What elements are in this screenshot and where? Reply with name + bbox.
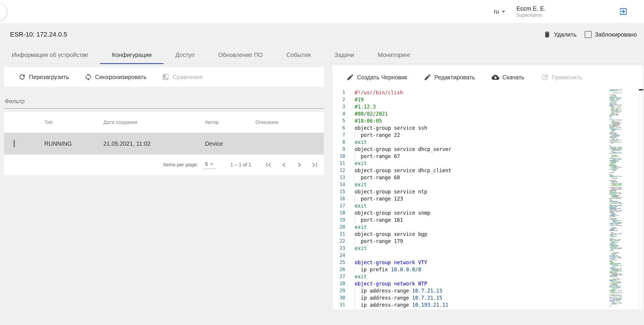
chevron-left-icon [280,160,288,169]
line-number: 21 [333,231,345,238]
exit-to-app-icon [619,7,628,16]
code-line: object-group service dhcp_client [355,167,643,174]
code-line: ip prefix 10.0.0.0/8 [355,266,643,273]
line-number: 16 [333,195,345,202]
logout-button[interactable] [619,0,628,23]
line-number: 2 [333,96,345,103]
edge-fab-button[interactable] [0,2,7,21]
restart-icon [18,73,26,81]
code-line: object-group service snmp [355,209,643,216]
tab-events[interactable]: События [275,46,323,64]
draft-pencil-icon [346,73,354,81]
page-title: ESR-10: 172.24.0.5 [10,23,67,46]
code-line: exit [355,139,643,146]
minimap[interactable] [609,89,623,307]
code-line: object-group service bgp [355,231,643,238]
synchronize-button[interactable]: Синхронизировать [84,73,146,81]
config-table: Тип Дата создания Автор Описание RUNNING… [4,112,324,175]
code-line: object-group network NTP [355,280,643,287]
apply-update-icon [541,73,549,81]
line-number: 25 [333,259,345,266]
row-checkbox[interactable] [14,140,15,147]
code-line: #08/02/2021 [355,110,643,117]
prev-page-button[interactable] [280,160,288,169]
next-page-button[interactable] [295,160,304,169]
edit-pencil-icon [424,73,431,81]
delete-button[interactable]: Удалить [543,31,576,38]
code-line: object-group service ssh [355,124,643,132]
table-row[interactable]: RUNNING 21.05.2021, 11:02 Device [4,133,324,155]
first-page-button[interactable] [264,160,273,169]
delete-label: Удалить [554,31,576,38]
code-line: object-group network VTY [355,259,643,266]
last-page-button[interactable] [310,160,319,169]
code-line: #18:06:05 [355,117,643,124]
column-header-type: Тип [44,119,103,125]
code-line: ip address-range 10.7.21.13 [355,287,643,294]
code-line: #1.12.3 [355,103,643,110]
reload-button[interactable]: Перезагрузить [18,73,69,81]
header-actions: Удалить Заблокировано [543,23,637,46]
filter-underline [4,108,324,109]
download-button[interactable]: Скачать [492,73,524,81]
tab-tasks[interactable]: Задачи [322,46,366,64]
code-line: port-range 179 [355,238,643,245]
cell-type: RUNNING [44,140,103,147]
code-editor[interactable]: 1234567891011121314151617181920212223242… [333,89,643,309]
tab-firmware-update[interactable]: Обновление ПО [206,46,275,64]
column-header-created: Дата создания [103,119,205,125]
compare-icon [162,73,169,81]
language-label: ru [494,8,499,15]
user-menu[interactable]: Eccm E. E. SuperAdmin [516,0,546,23]
code-line: exit [355,181,643,188]
line-number: 22 [333,238,345,245]
items-per-page-label: Items per page: [163,162,198,168]
line-number: 1 [333,89,345,96]
code-line: ip address-range 10.193.21.11 [355,301,643,308]
line-number: 15 [333,188,345,195]
code-line: ip address-range 10.7.21.15 [355,294,643,301]
line-number: 19 [333,216,345,224]
tab-device-info[interactable]: Информация об устройстве [0,46,100,64]
line-number: 24 [333,252,345,259]
scrollbar-thumb[interactable] [639,89,643,91]
line-number: 4 [333,110,345,117]
last-page-icon [310,160,319,169]
blocked-label: Заблокировано [595,31,637,38]
code-line: port-range 161 [355,216,643,224]
cell-author: Device [205,140,255,147]
column-header-author: Автор [205,119,255,125]
filter-input[interactable]: Фильтр [4,96,324,109]
tab-monitoring[interactable]: Мониторинг [366,46,423,64]
tab-configurations[interactable]: Конфигурации [100,46,164,64]
code-line: #!/usr/bin/clish [355,89,643,96]
edit-button[interactable]: Редактировать [424,73,475,81]
config-viewer-toolbar: Создать Черновик Редактировать Скачать П… [333,65,643,89]
config-viewer-panel: Создать Черновик Редактировать Скачать П… [333,65,643,309]
topbar: ru Eccm E. E. SuperAdmin [0,0,644,23]
line-number: 3 [333,103,345,110]
code-line [355,252,643,259]
line-number: 14 [333,181,345,188]
page-size-select[interactable]: 5 [203,161,216,169]
config-list-toolbar: Перезагрузить Синхронизировать Сравнение [4,67,324,87]
code-line: exit [355,202,643,209]
line-number: 28 [333,280,345,287]
blocked-checkbox[interactable] [585,31,592,38]
filter-placeholder: Фильтр [5,98,25,105]
table-header-row: Тип Дата создания Автор Описание [4,112,324,133]
editor-scrollbar[interactable] [639,89,643,308]
chevron-right-icon [295,160,304,169]
column-header-description: Описание [255,119,324,125]
tab-access[interactable]: Доступ [164,46,206,64]
sync-icon [84,73,92,81]
code-line: exit [355,224,643,231]
page-header: ESR-10: 172.24.0.5 Удалить Заблокировано [0,23,644,46]
code-line: port-range 123 [355,195,643,202]
line-number: 23 [333,245,345,252]
create-draft-button[interactable]: Создать Черновик [346,73,407,81]
line-number: 12 [333,167,345,174]
paginator-nav [264,160,319,169]
code-line: exit [355,160,643,167]
language-selector[interactable]: ru [494,0,507,23]
